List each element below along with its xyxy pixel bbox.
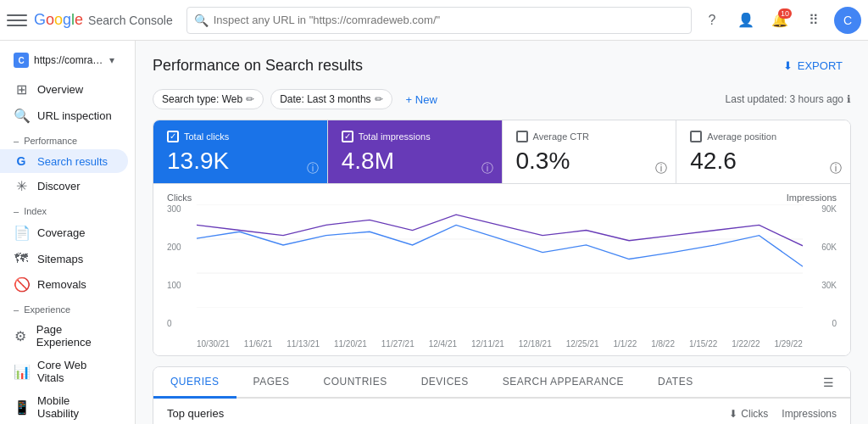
y-axis-right: 90K 60K 30K 0 [807, 204, 837, 328]
x-axis-labels: 10/30/21 11/6/21 11/13/21 11/20/21 11/27… [197, 339, 803, 349]
mobile-icon: 📱 [14, 399, 29, 416]
metric4-value: 42.6 [690, 148, 837, 175]
sidebar-label-search-results: Search results [37, 155, 108, 168]
metric1-label: Total clicks [184, 131, 229, 142]
clicks-info-icon[interactable]: ⓘ [307, 161, 319, 176]
sidebar-item-sitemaps[interactable]: 🗺 Sitemaps [0, 246, 128, 271]
metric2-label: Total impressions [359, 131, 431, 142]
coverage-icon: 📄 [14, 225, 29, 241]
index-section: Index [0, 199, 135, 220]
avatar[interactable]: C [834, 7, 861, 34]
search-input[interactable] [214, 14, 684, 26]
discover-icon: ✳ [14, 178, 29, 194]
sidebar-item-overview[interactable]: ⊞ Overview [0, 76, 128, 103]
apps-button[interactable]: ⠿ [800, 7, 827, 34]
sidebar: C https://comradeweb... ▾ ⊞ Overview 🔍 U… [0, 41, 136, 424]
col-impressions-header: Impressions [782, 408, 837, 420]
sidebar-item-core-web-vitals[interactable]: 📊 Core Web Vitals [0, 354, 128, 389]
help-button[interactable]: ? [698, 7, 726, 34]
last-updated-text: Last updated: 3 hours ago [726, 93, 843, 105]
edit-icon: ✏ [246, 93, 254, 105]
last-updated: Last updated: 3 hours ago ℹ [726, 93, 851, 105]
g-icon: G [14, 154, 29, 168]
position-info-icon[interactable]: ⓘ [830, 161, 842, 176]
notifications-button[interactable]: 🔔 10 [766, 7, 793, 34]
edit-icon-date: ✏ [375, 93, 383, 105]
export-button[interactable]: ⬇ EXPORT [775, 54, 851, 77]
experience-section: Experience [0, 298, 135, 318]
ctr-checkbox[interactable] [516, 131, 528, 142]
metric4-label: Average position [707, 131, 776, 142]
tab-search-appearance[interactable]: SEARCH APPEARANCE [486, 367, 641, 399]
performance-chart [197, 204, 803, 308]
property-name: https://comradeweb... [34, 54, 104, 66]
table-label: Top queries [167, 407, 224, 420]
performance-section: Performance [0, 129, 135, 149]
sidebar-item-discover[interactable]: ✳ Discover [0, 173, 128, 199]
sidebar-item-mobile-usability[interactable]: 📱 Mobile Usability [0, 389, 128, 424]
tab-devices[interactable]: DEVICES [404, 367, 486, 399]
apps-icon: ⠿ [809, 12, 819, 28]
cwv-icon: 📊 [14, 364, 29, 380]
metric-card-clicks[interactable]: Total clicks 13.9K ⓘ [153, 120, 328, 183]
metric-card-position[interactable]: Average position 42.6 ⓘ [676, 120, 850, 183]
chart-right-label: Impressions [787, 192, 837, 203]
tab-pages[interactable]: PAGES [236, 367, 307, 399]
new-label: + New [406, 93, 437, 106]
help-icon: ? [709, 13, 716, 28]
col-clicks-header: ⬇ Clicks [729, 408, 768, 420]
tabs-row: QUERIES PAGES COUNTRIES DEVICES SEARCH A… [153, 367, 850, 399]
metric3-label: Average CTR [533, 131, 589, 142]
filter-bar: Search type: Web ✏ Date: Last 3 months ✏… [153, 89, 851, 109]
search-icon: 🔍 [14, 108, 29, 124]
impressions-info-icon[interactable]: ⓘ [481, 161, 493, 176]
page-title: Performance on Search results [153, 57, 363, 75]
sitemaps-icon: 🗺 [14, 251, 29, 266]
menu-button[interactable] [7, 10, 27, 31]
metric3-value: 0.3% [516, 148, 663, 175]
tab-dates[interactable]: DATES [641, 367, 710, 399]
date-filter[interactable]: Date: Last 3 months ✏ [270, 89, 392, 109]
search-type-filter[interactable]: Search type: Web ✏ [153, 89, 264, 109]
sidebar-item-search-results[interactable]: G Search results [0, 149, 128, 173]
tab-queries[interactable]: QUERIES [153, 367, 236, 399]
metric2-value: 4.8M [342, 148, 488, 175]
ctr-info-icon[interactable]: ⓘ [655, 161, 667, 176]
sidebar-label-mobile: Mobile Usability [37, 394, 114, 420]
accounts-button[interactable]: 👤 [732, 7, 760, 34]
sidebar-label-page-exp: Page Experience [36, 323, 114, 349]
url-search-bar[interactable]: 🔍 [186, 7, 692, 34]
filter1-label: Search type: Web [162, 93, 242, 105]
sidebar-item-page-experience[interactable]: ⚙ Page Experience [0, 318, 128, 354]
sidebar-label-url: URL inspection [37, 109, 112, 122]
info-icon: ℹ [847, 93, 851, 105]
position-checkbox[interactable] [690, 131, 702, 142]
download-small-icon: ⬇ [729, 408, 737, 420]
metric-card-impressions[interactable]: Total impressions 4.8M ⓘ [328, 120, 503, 183]
app-name: Search Console [88, 14, 173, 27]
filter-icon-button[interactable]: ☰ [816, 371, 840, 394]
notification-badge: 10 [778, 8, 792, 19]
sidebar-item-coverage[interactable]: 📄 Coverage [0, 220, 128, 246]
tabs-table-section: QUERIES PAGES COUNTRIES DEVICES SEARCH A… [153, 366, 851, 424]
page-experience-icon: ⚙ [14, 328, 28, 344]
clicks-checkbox[interactable] [167, 131, 179, 142]
sidebar-label-removals: Removals [37, 278, 86, 291]
main-content: Performance on Search results ⬇ EXPORT S… [136, 41, 868, 424]
export-label: EXPORT [798, 59, 843, 72]
tab-countries[interactable]: COUNTRIES [306, 367, 403, 399]
property-icon: C [14, 53, 29, 68]
y-axis-left: 300 200 100 0 [167, 204, 192, 328]
sidebar-item-removals[interactable]: 🚫 Removals [0, 271, 128, 298]
metric-card-ctr[interactable]: Average CTR 0.3% ⓘ [503, 120, 677, 183]
impressions-checkbox[interactable] [342, 131, 353, 142]
sidebar-item-url-inspection[interactable]: 🔍 URL inspection [0, 103, 128, 129]
google-logo: Google [34, 11, 83, 29]
sidebar-label-overview: Overview [37, 83, 83, 96]
property-selector[interactable]: C https://comradeweb... ▾ [0, 47, 128, 73]
chart-left-label: Clicks [167, 192, 192, 203]
sidebar-label-coverage: Coverage [37, 226, 85, 239]
table-toolbar: Top queries ⬇ Clicks Impressions [153, 399, 850, 424]
new-filter-button[interactable]: + New [399, 90, 444, 109]
filter2-label: Date: Last 3 months [280, 93, 370, 105]
